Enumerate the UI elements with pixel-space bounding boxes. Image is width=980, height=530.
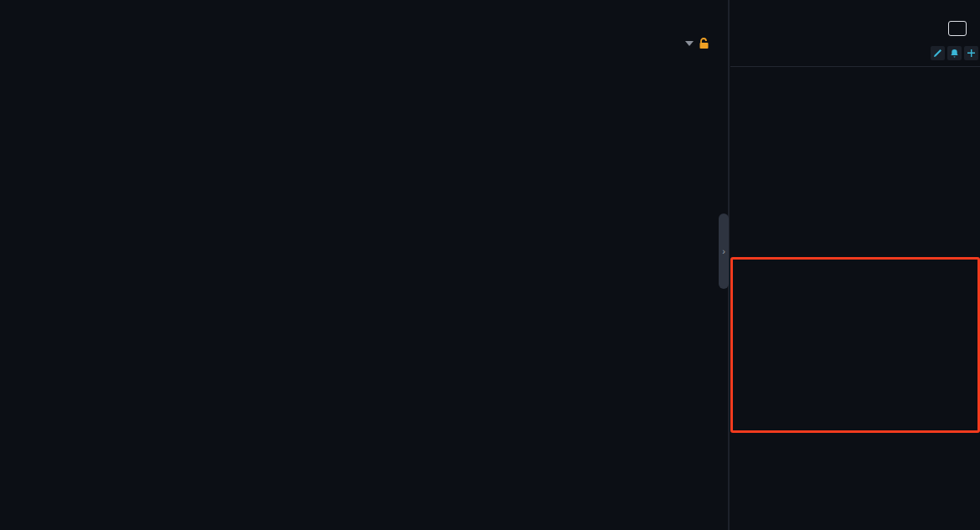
- app-window: ›: [0, 0, 980, 530]
- ma-legend-bar: [0, 37, 729, 50]
- unlock-icon[interactable]: [698, 37, 710, 49]
- divider: [730, 66, 980, 67]
- add-icon[interactable]: [964, 46, 978, 60]
- alert-bell-icon[interactable]: [947, 46, 962, 60]
- date-range-control[interactable]: [681, 37, 710, 49]
- top-toolbar: [0, 0, 729, 18]
- chevron-down-icon[interactable]: [685, 41, 694, 46]
- stock-info-panel: [730, 0, 980, 530]
- quote-bar: [0, 18, 729, 37]
- basic-info-section[interactable]: [730, 512, 980, 530]
- candlestick-chart[interactable]: [0, 0, 729, 530]
- net-inflow-chart: [730, 257, 980, 433]
- quick-action-icons: [928, 46, 978, 60]
- edit-icon[interactable]: [931, 46, 945, 60]
- panel-collapse-handle[interactable]: ›: [719, 214, 729, 289]
